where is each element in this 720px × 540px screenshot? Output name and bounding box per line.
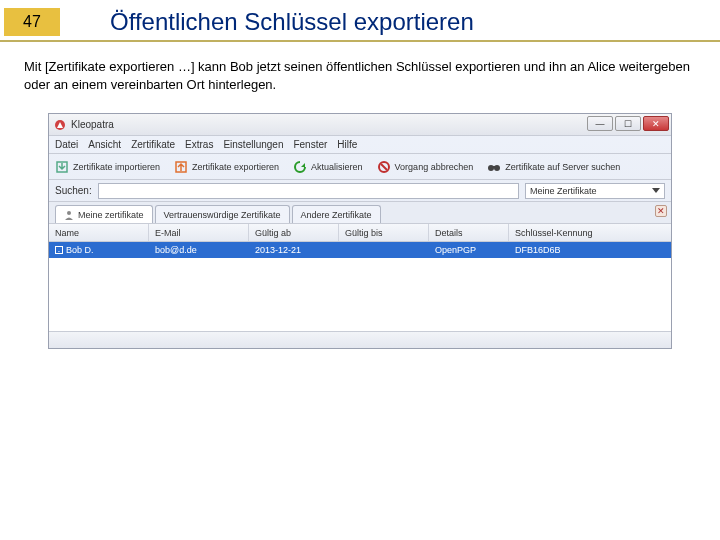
window-titlebar: Kleopatra — ☐ ✕	[49, 114, 671, 136]
menu-fenster[interactable]: Fenster	[293, 139, 327, 150]
col-details[interactable]: Details	[429, 224, 509, 241]
slide-header: 47 Öffentlichen Schlüssel exportieren	[0, 0, 720, 42]
tab-my-certs-label: Meine zertifikate	[78, 210, 144, 220]
close-tab-button[interactable]: ✕	[655, 205, 667, 217]
refresh-icon	[293, 160, 307, 174]
binoculars-icon	[487, 160, 501, 174]
tab-my-certs[interactable]: Meine zertifikate	[55, 205, 153, 223]
toolbar-server-search-label: Zertifikate auf Server suchen	[505, 162, 620, 172]
menu-zertifikate[interactable]: Zertifikate	[131, 139, 175, 150]
col-email[interactable]: E-Mail	[149, 224, 249, 241]
tab-trusted-certs-label: Vertrauenswürdige Zertifikate	[164, 210, 281, 220]
toolbar-export[interactable]: Zertifikate exportieren	[174, 160, 279, 174]
slide-number: 47	[4, 8, 60, 36]
statusbar	[49, 332, 671, 348]
cancel-icon	[377, 160, 391, 174]
window-title: Kleopatra	[71, 119, 114, 130]
col-key-id[interactable]: Schlüssel-Kennung	[509, 224, 671, 241]
chevron-down-icon	[652, 188, 660, 193]
table-row[interactable]: - Bob D. bob@d.de 2013-12-21 OpenPGP DFB…	[49, 242, 671, 258]
toolbar-refresh[interactable]: Aktualisieren	[293, 160, 363, 174]
col-name[interactable]: Name	[49, 224, 149, 241]
kleopatra-window: Kleopatra — ☐ ✕ Datei Ansicht Zertifikat…	[48, 113, 672, 349]
cell-name: - Bob D.	[49, 242, 149, 258]
search-scope-select[interactable]: Meine Zertifikate	[525, 183, 665, 199]
cell-valid-from: 2013-12-21	[249, 242, 339, 258]
kleopatra-icon	[53, 118, 67, 132]
slide-body-text: Mit [Zertifikate exportieren …] kann Bob…	[0, 52, 720, 93]
row-expand-icon[interactable]: -	[55, 246, 63, 254]
tabs-row: Meine zertifikate Vertrauenswürdige Zert…	[49, 202, 671, 224]
tab-other-certs[interactable]: Andere Zertifikate	[292, 205, 381, 223]
toolbar-server-search[interactable]: Zertifikate auf Server suchen	[487, 160, 620, 174]
maximize-button[interactable]: ☐	[615, 116, 641, 131]
window-buttons: — ☐ ✕	[587, 116, 669, 131]
toolbar-import-label: Zertifikate importieren	[73, 162, 160, 172]
svg-point-8	[67, 211, 71, 215]
svg-rect-7	[492, 166, 496, 168]
search-scope-value: Meine Zertifikate	[530, 186, 597, 196]
cell-details: OpenPGP	[429, 242, 509, 258]
menubar: Datei Ansicht Zertifikate Extras Einstel…	[49, 136, 671, 154]
cell-email: bob@d.de	[149, 242, 249, 258]
tab-other-certs-label: Andere Zertifikate	[301, 210, 372, 220]
toolbar-refresh-label: Aktualisieren	[311, 162, 363, 172]
toolbar-cancel-label: Vorgang abbrechen	[395, 162, 474, 172]
table-header: Name E-Mail Gültig ab Gültig bis Details…	[49, 224, 671, 242]
menu-hilfe[interactable]: Hilfe	[337, 139, 357, 150]
export-icon	[174, 160, 188, 174]
svg-line-4	[381, 164, 387, 170]
col-valid-until[interactable]: Gültig bis	[339, 224, 429, 241]
search-input[interactable]	[98, 183, 519, 199]
cell-key-id: DFB16D6B	[509, 242, 671, 258]
cell-valid-until	[339, 242, 429, 258]
toolbar-import[interactable]: Zertifikate importieren	[55, 160, 160, 174]
tab-trusted-certs[interactable]: Vertrauenswürdige Zertifikate	[155, 205, 290, 223]
close-button[interactable]: ✕	[643, 116, 669, 131]
slide-title: Öffentlichen Schlüssel exportieren	[110, 8, 474, 36]
menu-einstellungen[interactable]: Einstellungen	[223, 139, 283, 150]
toolbar-cancel[interactable]: Vorgang abbrechen	[377, 160, 474, 174]
search-label: Suchen:	[55, 185, 92, 196]
import-icon	[55, 160, 69, 174]
search-row: Suchen: Meine Zertifikate	[49, 180, 671, 202]
col-valid-from[interactable]: Gültig ab	[249, 224, 339, 241]
toolbar: Zertifikate importieren Zertifikate expo…	[49, 154, 671, 180]
toolbar-export-label: Zertifikate exportieren	[192, 162, 279, 172]
table-body: - Bob D. bob@d.de 2013-12-21 OpenPGP DFB…	[49, 242, 671, 332]
menu-extras[interactable]: Extras	[185, 139, 213, 150]
minimize-button[interactable]: —	[587, 116, 613, 131]
user-icon	[64, 210, 74, 220]
menu-ansicht[interactable]: Ansicht	[88, 139, 121, 150]
menu-datei[interactable]: Datei	[55, 139, 78, 150]
